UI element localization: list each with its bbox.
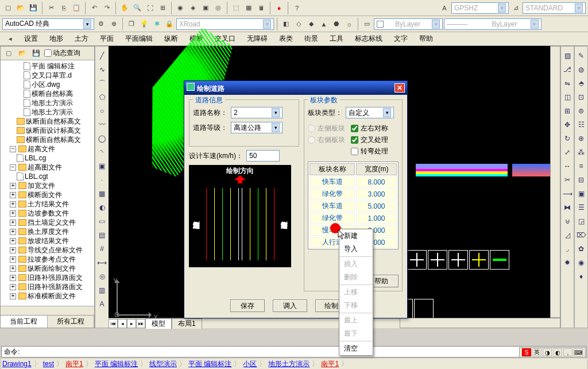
menu-plan[interactable]: 平面 <box>96 33 117 45</box>
tool-copy[interactable]: ⎘ <box>58 2 69 14</box>
menu-tools[interactable]: 工具 <box>326 33 347 45</box>
draw-polyline[interactable]: ∿ <box>96 64 108 75</box>
ime-kbd[interactable]: ⌨ <box>574 348 583 356</box>
tab-nav-last[interactable]: ⏭ <box>136 319 145 328</box>
mod-move[interactable]: ✥ <box>562 119 573 130</box>
draw-more-2[interactable]: ▥ <box>96 285 108 296</box>
menu-text[interactable]: 文字 <box>390 33 411 45</box>
ime-s[interactable]: S <box>522 348 531 356</box>
sidebar-open-icon[interactable]: 📂 <box>17 48 28 59</box>
mod2-b[interactable]: ◍ <box>575 64 587 75</box>
draw-table[interactable]: ▤ <box>96 229 108 241</box>
menu-settings[interactable]: 设置 <box>21 33 41 45</box>
textstyle-combo[interactable]: GPSHZ▾ <box>451 2 509 14</box>
tree-node[interactable]: 横断自然标高 <box>2 89 93 98</box>
tree-node[interactable]: + 加宽文件 <box>2 181 93 190</box>
doc-tab[interactable]: 平面 编辑标注 <box>94 359 139 369</box>
p1-icon[interactable]: ◇ <box>293 18 304 30</box>
draw-gradient[interactable]: ◐ <box>96 202 108 213</box>
project-tree[interactable]: 平面 编辑标注 交叉口草宜.d 小区.dwg 横断自然标高 地形土方演示 地形土… <box>1 60 94 306</box>
tool-zoom-all[interactable]: ⊞ <box>157 2 168 14</box>
tab-all-projects[interactable]: 所有工程 <box>48 316 95 328</box>
mod-copy[interactable]: ⎇ <box>562 64 573 75</box>
layer-stack-icon[interactable]: ❐ <box>126 18 137 30</box>
tool-a[interactable]: ◉ <box>175 2 186 14</box>
draw-block[interactable]: ▣ <box>96 160 108 172</box>
symmetric-checkbox[interactable]: 左右对称 <box>351 124 388 133</box>
draw-ruler[interactable]: ⟷ <box>96 257 108 268</box>
doc-tab[interactable]: 小区 <box>242 359 258 369</box>
dialog-close-button[interactable]: ✕ <box>394 83 405 93</box>
ime-status-bar[interactable]: S 英 ◑ ◐ , ⌨ <box>519 347 586 358</box>
bulb-icon[interactable]: 💡 <box>138 18 150 30</box>
menu-pin-icon[interactable]: ◂ <box>5 33 16 45</box>
mod2-a[interactable]: ✎ <box>575 50 587 62</box>
mod2-k[interactable]: ▣ <box>575 188 587 199</box>
mod2-m[interactable]: ◲ <box>575 216 587 227</box>
color-icon[interactable]: ◧ <box>280 18 292 30</box>
mod2-i[interactable]: ≡ <box>575 160 587 172</box>
dimstyle-combo[interactable]: STANDARD▾ <box>523 2 586 14</box>
draw-text[interactable]: A <box>96 298 108 310</box>
tab-nav-next[interactable]: ▸ <box>127 319 136 328</box>
mod-scale[interactable]: ⤢ <box>562 147 573 158</box>
ws-more-icon[interactable]: ⊕ <box>108 18 119 30</box>
tab-layout1[interactable]: 布局1 <box>172 318 202 329</box>
mod-offset[interactable]: ◫ <box>562 91 573 103</box>
lock-icon[interactable]: 🔒 <box>164 18 175 30</box>
tree-node[interactable]: + 挡土墙定义文件 <box>2 218 93 227</box>
textstyle-icon[interactable]: A <box>439 2 450 14</box>
doc-tab[interactable]: 南平1 <box>320 359 340 369</box>
tree-node[interactable]: LBL.cg <box>2 153 93 163</box>
save-button[interactable]: 保存 <box>230 299 265 312</box>
ime-lang[interactable]: 英 <box>532 348 541 356</box>
table-row[interactable]: 快车道5.000 <box>310 201 397 212</box>
command-line[interactable]: 命令: <box>1 346 587 358</box>
dialog-titlebar[interactable]: 绘制道路 ✕ <box>184 81 407 95</box>
mod-trim[interactable]: ✂ <box>562 174 573 186</box>
design-speed-input[interactable] <box>246 150 280 162</box>
sidebar-new-icon[interactable]: ▢ <box>3 48 14 59</box>
layer-name-combo[interactable]: XRoad▾ <box>176 18 274 30</box>
tree-node[interactable]: 平面 编辑标注 <box>2 62 93 71</box>
p4-icon[interactable]: ⬣ <box>331 18 342 30</box>
mod2-l[interactable]: ☰ <box>575 202 587 213</box>
tool-redo[interactable]: ↷ <box>101 2 113 14</box>
draw-arc[interactable]: ⌒ <box>96 78 108 89</box>
tool-calc[interactable]: 🖩 <box>256 2 267 14</box>
tree-node[interactable]: 地形土方演示 <box>2 107 93 117</box>
cross-process-checkbox[interactable]: 交叉处理 <box>351 135 388 145</box>
tree-hscroll[interactable] <box>1 306 94 315</box>
road-name-combo[interactable]: 2▾ <box>231 107 283 118</box>
menu-plan-edit[interactable]: 平面编辑 <box>122 33 156 45</box>
doc-tab[interactable]: Drawing1 <box>1 360 33 368</box>
mod2-e[interactable]: ⊚ <box>575 105 587 117</box>
p5-icon[interactable]: ☼ <box>343 18 355 30</box>
canvas-hscroll[interactable] <box>400 318 560 328</box>
menu-streetview[interactable]: 街景 <box>301 33 322 45</box>
mod-chamfer[interactable]: ◿ <box>562 229 573 241</box>
tree-node[interactable]: + 旧路补强新路面文 <box>2 282 93 291</box>
mod-mirror[interactable]: ⇋ <box>562 78 573 89</box>
tab-nav-first[interactable]: ⏮ <box>109 319 118 328</box>
menu-markings[interactable]: 标志标线 <box>351 33 386 45</box>
tree-node[interactable]: + 旧路补强原路面文 <box>2 273 93 282</box>
turn-process-checkbox[interactable]: 转弯处理 <box>351 147 388 156</box>
tree-node[interactable]: + 边坡参数文件 <box>2 209 93 218</box>
tree-node[interactable]: + 拉坡参考点文件 <box>2 255 93 264</box>
doc-tab[interactable]: 地形土方演示 <box>267 359 311 369</box>
tree-node[interactable]: 地形土方演示 <box>2 98 93 107</box>
freeze-icon[interactable]: ❄ <box>151 18 163 30</box>
color-combo[interactable]: ByLayer▾ <box>374 18 443 30</box>
menu-help[interactable]: 帮助 <box>416 33 436 45</box>
menu-tables[interactable]: 表类 <box>276 33 296 45</box>
tool-help[interactable]: ? <box>291 2 303 14</box>
tree-node[interactable]: 横断面自然标高文 <box>2 135 93 144</box>
doc-tab[interactable]: 南平1 <box>64 359 84 369</box>
context-menu[interactable]: 新建导入插入删除上移下移最上最下清空 <box>339 229 373 356</box>
tree-node[interactable]: 小区.dwg <box>2 80 93 89</box>
canvas-vscroll[interactable] <box>550 46 560 318</box>
table-row[interactable]: 快车道8.000 <box>310 176 397 187</box>
tool-pan[interactable]: ✋ <box>119 2 130 14</box>
ime-b2[interactable]: ◐ <box>553 348 562 356</box>
